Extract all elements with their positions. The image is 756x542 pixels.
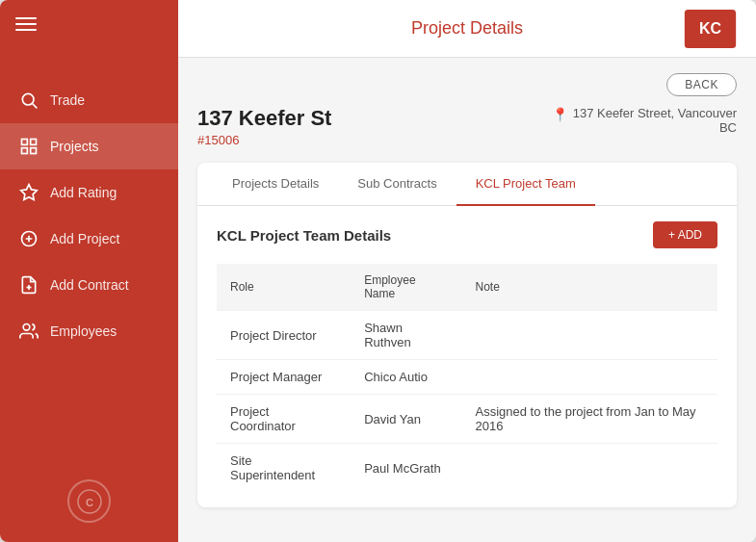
project-name: 137 Keefer St — [197, 106, 331, 131]
sidebar: Trade Projects Add Rating — [0, 0, 178, 542]
col-note: Note — [462, 264, 717, 311]
tabs-row: Projects Details Sub Contracts KCL Proje… — [197, 163, 737, 206]
svg-text:C: C — [86, 497, 93, 508]
sidebar-item-add-rating[interactable]: Add Rating — [0, 169, 178, 216]
svg-marker-6 — [21, 185, 38, 200]
sidebar-item-projects[interactable]: Projects — [0, 123, 178, 169]
sidebar-item-employees-label: Employees — [50, 323, 117, 339]
topbar: Project Details KC — [178, 0, 756, 58]
svg-line-1 — [33, 104, 38, 109]
address-line1: 137 Keefer Street, Vancouver — [573, 106, 737, 120]
table-row: Site Superintendent Paul McGrath — [217, 444, 717, 493]
sidebar-item-add-project[interactable]: Add Project — [0, 216, 178, 262]
address-line2: BC — [573, 120, 737, 135]
project-info: 137 Keefer St #15006 — [197, 106, 331, 147]
sidebar-item-employees[interactable]: Employees — [0, 308, 178, 354]
sidebar-footer: C — [0, 460, 178, 542]
cell-employee-name: Shawn Ruthven — [351, 311, 461, 360]
project-id: #15006 — [197, 133, 331, 147]
cell-role: Site Superintendent — [217, 444, 351, 493]
table-header: Role Employee Name Note — [217, 264, 717, 311]
cell-role: Project Coordinator — [217, 395, 351, 444]
hamburger-menu[interactable] — [15, 17, 37, 31]
cell-employee-name: Chico Autio — [351, 360, 461, 395]
content-area: BACK 137 Keefer St #15006 📍 137 Keefer S… — [178, 58, 756, 542]
table-header-row: Role Employee Name Note — [217, 264, 717, 311]
location-icon: 📍 — [552, 107, 568, 122]
cell-role: Project Manager — [217, 360, 351, 395]
back-btn-row: BACK — [197, 73, 737, 96]
sidebar-item-add-contract-label: Add Contract — [50, 277, 129, 293]
card-body: KCL Project Team Details + ADD Role Empl… — [197, 206, 737, 507]
svg-rect-3 — [31, 140, 37, 145]
cell-role: Project Director — [217, 311, 351, 360]
project-address: 📍 137 Keefer Street, Vancouver BC — [552, 106, 737, 135]
table-row: Project Coordinator David Yan Assigned t… — [217, 395, 717, 444]
project-card: Projects Details Sub Contracts KCL Proje… — [197, 163, 737, 507]
sidebar-item-add-project-label: Add Project — [50, 231, 119, 246]
sidebar-item-add-rating-label: Add Rating — [50, 185, 117, 200]
svg-rect-5 — [31, 148, 37, 154]
cell-employee-name: Paul McGrath — [351, 444, 461, 493]
cell-note — [462, 444, 717, 493]
tab-sub-contracts[interactable]: Sub Contracts — [338, 163, 456, 206]
sidebar-watermark: C — [67, 479, 111, 523]
svg-point-0 — [22, 93, 34, 105]
add-team-member-button[interactable]: + ADD — [653, 221, 717, 248]
col-role: Role — [217, 264, 351, 311]
back-button[interactable]: BACK — [666, 73, 737, 96]
section-header: KCL Project Team Details + ADD — [217, 221, 717, 248]
sidebar-item-trade-label: Trade — [50, 92, 85, 108]
sidebar-item-add-contract[interactable]: Add Contract — [0, 262, 178, 308]
brand-logo: KC — [684, 10, 737, 48]
cell-note — [462, 311, 717, 360]
svg-point-12 — [23, 324, 30, 331]
svg-text:KC: KC — [699, 19, 722, 36]
cell-note: Assigned to the project from Jan to May … — [462, 395, 717, 444]
cell-note — [462, 360, 717, 395]
cell-employee-name: David Yan — [351, 395, 461, 444]
project-header: 137 Keefer St #15006 📍 137 Keefer Street… — [197, 106, 737, 147]
address-text: 137 Keefer Street, Vancouver BC — [573, 106, 737, 135]
sidebar-item-projects-label: Projects — [50, 139, 99, 154]
table-row: Project Director Shawn Ruthven — [217, 311, 717, 360]
team-table: Role Employee Name Note Project Director… — [217, 264, 717, 492]
sidebar-nav: Trade Projects Add Rating — [0, 48, 178, 460]
tab-kcl-project-team[interactable]: KCL Project Team — [456, 163, 595, 206]
section-title: KCL Project Team Details — [217, 227, 391, 244]
page-title: Project Details — [250, 18, 684, 39]
main-content: Project Details KC BACK 137 Keefer St #1… — [178, 0, 756, 542]
col-employee-name: Employee Name — [351, 264, 461, 311]
svg-rect-2 — [22, 140, 28, 145]
table-body: Project Director Shawn Ruthven Project M… — [217, 311, 717, 493]
svg-rect-4 — [22, 148, 28, 154]
tab-project-details[interactable]: Projects Details — [213, 163, 338, 206]
table-row: Project Manager Chico Autio — [217, 360, 717, 395]
sidebar-header — [0, 0, 178, 48]
sidebar-item-trade[interactable]: Trade — [0, 77, 178, 123]
